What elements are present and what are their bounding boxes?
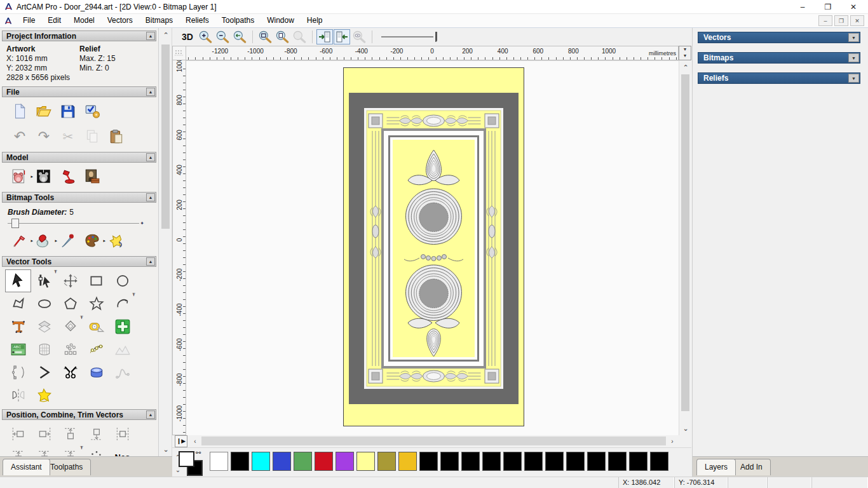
model-properties-button[interactable] <box>80 101 104 121</box>
paste-button[interactable] <box>104 126 128 147</box>
menu-reliefs[interactable]: Reliefs <box>179 14 215 27</box>
drawing-area[interactable] <box>186 60 679 435</box>
scrollbar-thumb[interactable] <box>161 44 170 229</box>
palette-swatch-14[interactable] <box>503 452 522 471</box>
collapse-arrow-icon[interactable]: ▲ <box>146 153 155 161</box>
undo-button[interactable]: ↶ <box>8 126 32 147</box>
palette-swatch-18[interactable] <box>587 452 606 471</box>
join-vectors-tool[interactable] <box>31 361 57 384</box>
align-centre-button[interactable] <box>109 423 135 445</box>
palette-swatch-19[interactable] <box>608 452 627 471</box>
zoom-previous-button[interactable] <box>231 29 248 44</box>
set-model-size-button[interactable]: ▸ <box>8 166 32 187</box>
slider-thumb[interactable] <box>11 219 19 228</box>
scroll-up-icon[interactable]: ⌃ <box>679 62 692 73</box>
greyscale-preview-button[interactable] <box>351 29 367 44</box>
ruler-unit-dropdown[interactable]: ▾▾ <box>679 46 691 60</box>
create-arc-tool[interactable]: Ŧ <box>109 292 135 315</box>
align-top-button[interactable] <box>57 423 83 445</box>
scroll-up-icon[interactable]: ⌃ <box>159 29 172 41</box>
create-polygon-tool[interactable] <box>57 292 83 315</box>
palette-swatch-12[interactable] <box>461 452 480 471</box>
menu-toolpaths[interactable]: Toolpaths <box>215 14 261 27</box>
palette-swatch-10[interactable] <box>419 452 438 471</box>
align-bottom-button[interactable] <box>83 423 109 445</box>
menu-help[interactable]: Help <box>301 14 329 27</box>
panel-header-reliefs[interactable]: Reliefs▼ <box>698 72 860 84</box>
nesting-text-button[interactable]: Nes <box>109 445 135 456</box>
create-star-tool[interactable] <box>83 292 109 315</box>
section-header-position-combine-trim[interactable]: Position, Combine, Trim Vectors ▲ <box>2 409 156 420</box>
load-texture-button[interactable] <box>80 166 104 187</box>
palette-swatch-17[interactable] <box>566 452 585 471</box>
scrollbar-thumb[interactable] <box>201 437 666 445</box>
palette-swatch-5[interactable] <box>315 452 333 471</box>
create-circle-tool[interactable] <box>109 269 135 292</box>
transform-vectors-tool[interactable] <box>57 269 83 292</box>
measure-tool[interactable] <box>83 315 109 338</box>
menu-edit[interactable]: Edit <box>41 14 67 27</box>
distort-vectors-tool[interactable] <box>31 338 57 361</box>
tab-layers[interactable]: Layers <box>696 459 736 475</box>
palette-swatch-0[interactable] <box>210 452 228 471</box>
contrast-slider[interactable] <box>381 30 440 43</box>
magic-select-button[interactable] <box>104 231 128 251</box>
section-header-model[interactable]: Model ▲ <box>2 152 156 163</box>
zoom-in-button[interactable] <box>197 29 214 44</box>
tab-assistant[interactable]: Assistant <box>3 459 50 475</box>
menu-vectors[interactable]: Vectors <box>101 14 139 27</box>
toggle-panel-button[interactable]: ❙▶ <box>175 435 187 447</box>
panel-header-vectors[interactable]: Vectors▼ <box>698 32 860 43</box>
palette-swatch-8[interactable] <box>377 452 396 471</box>
scrollbar-thumb[interactable] <box>681 74 689 411</box>
zoom-out-button[interactable] <box>214 29 231 44</box>
scatter-vectors-button[interactable] <box>83 445 109 456</box>
palette-swatch-7[interactable] <box>356 452 375 471</box>
section-header-file[interactable]: File ▲ <box>2 86 156 97</box>
adjust-model-button[interactable] <box>32 166 56 187</box>
centre-in-page-button[interactable] <box>5 445 31 456</box>
section-header-bitmap-tools[interactable]: Bitmap Tools ▲ <box>2 192 156 203</box>
colour-link-icon[interactable]: ⚯ <box>196 449 201 456</box>
palette-swatch-11[interactable] <box>440 452 459 471</box>
slider-track[interactable] <box>8 223 139 224</box>
nesting-tool[interactable] <box>83 338 109 361</box>
redo-button[interactable]: ↷ <box>32 126 56 147</box>
cut-button[interactable]: ✂ <box>56 126 80 147</box>
section-header-project-information[interactable]: Project Information ▲ <box>2 30 156 41</box>
canvas-vertical-scrollbar[interactable]: ⌃ ⌄ <box>679 60 691 435</box>
create-rectangle-tool[interactable] <box>83 269 109 292</box>
vector-texture-tool[interactable] <box>31 384 57 407</box>
close-button[interactable]: ✕ <box>843 0 864 14</box>
create-text-tool[interactable] <box>5 315 31 338</box>
ruler-origin-button[interactable] <box>172 46 186 60</box>
panel-header-bitmaps[interactable]: Bitmaps▼ <box>698 52 860 64</box>
restore-button[interactable]: ❐ <box>817 0 839 14</box>
block-copy-tool[interactable] <box>57 338 83 361</box>
vector-doctor-tool[interactable] <box>109 315 135 338</box>
mdi-close-button[interactable]: ✕ <box>850 15 864 26</box>
dropdown-arrow-icon[interactable]: ▼ <box>848 74 859 83</box>
wrap-text-tool[interactable] <box>31 315 57 338</box>
text-panel-tool[interactable]: ABC <box>5 338 31 361</box>
scroll-down-icon[interactable]: ⌄ <box>679 423 692 434</box>
slider-track[interactable] <box>381 36 433 37</box>
mdi-restore-button[interactable]: ❐ <box>834 15 848 26</box>
lighting-button[interactable] <box>56 166 80 187</box>
mirror-vectors-tool[interactable] <box>5 384 31 407</box>
fit-arcs-tool[interactable] <box>5 361 31 384</box>
collapse-arrow-icon[interactable]: ▲ <box>146 257 155 266</box>
offset-vectors-tool[interactable]: Ŧ <box>57 315 83 338</box>
select-vectors-tool[interactable] <box>5 269 31 292</box>
flood-fill-button[interactable]: ▸ <box>32 231 56 251</box>
palette-swatch-4[interactable] <box>294 452 312 471</box>
pick-colour-button[interactable] <box>56 231 80 251</box>
colour-palette-button[interactable]: ▸ <box>80 231 104 251</box>
centre-vertical-button[interactable] <box>31 445 57 456</box>
new-model-button[interactable] <box>8 101 32 121</box>
dropdown-arrow-icon[interactable]: ▼ <box>848 53 859 62</box>
minimize-button[interactable]: – <box>792 0 813 14</box>
open-model-button[interactable] <box>32 101 56 121</box>
scroll-down-icon[interactable]: ⌄ <box>159 444 172 455</box>
menu-window[interactable]: Window <box>261 14 301 27</box>
